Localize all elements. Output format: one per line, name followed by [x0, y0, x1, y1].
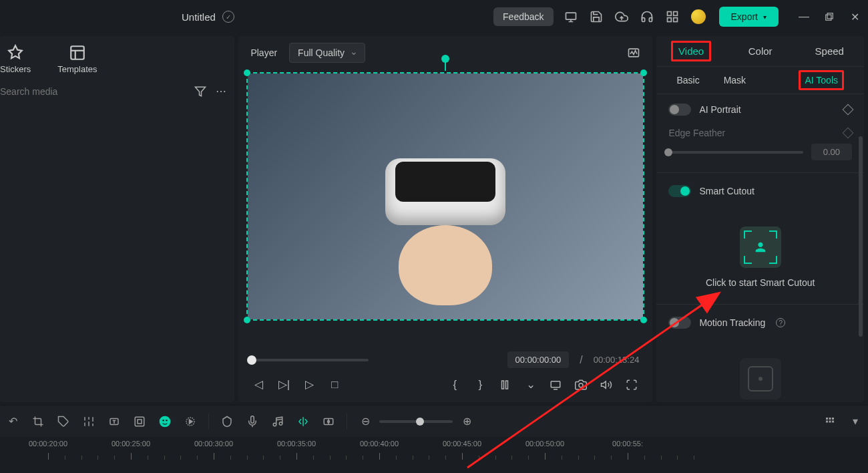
total-time: 00:00:13:24	[594, 355, 640, 365]
svg-point-27	[162, 420, 164, 422]
prev-frame-button[interactable]: ◁	[252, 377, 265, 391]
maximize-button[interactable]	[824, 11, 835, 22]
ai-tools-subtab[interactable]: AI Tools	[787, 67, 856, 94]
stop-button[interactable]: □	[328, 378, 341, 391]
aspect-icon[interactable]	[499, 379, 512, 391]
progress-thumb[interactable]	[247, 355, 256, 365]
edge-feather-row: Edge Feather	[656, 125, 864, 144]
rotate-handle[interactable]	[441, 55, 449, 63]
freeze-icon[interactable]	[321, 414, 336, 429]
top-bar: Untitled ✓ Feedback Export ▾ — ✕	[0, 0, 868, 33]
play-button[interactable]: ▷	[302, 377, 316, 391]
voiceover-icon[interactable]	[245, 414, 260, 429]
user-avatar[interactable]	[691, 9, 706, 24]
export-button[interactable]: Export ▾	[719, 7, 779, 27]
text-icon[interactable]	[107, 414, 122, 429]
quality-select[interactable]: Full Quality	[289, 43, 365, 63]
resize-handle-tr[interactable]	[640, 69, 647, 76]
properties-panel: Video Color Speed Basic Mask AI Tools AI…	[656, 36, 864, 402]
color-tab[interactable]: Color	[726, 36, 795, 66]
marker-icon[interactable]	[220, 414, 234, 429]
scopes-icon[interactable]	[627, 46, 640, 59]
video-tab[interactable]: Video	[656, 36, 726, 66]
progress-bar[interactable]	[252, 359, 369, 361]
next-frame-button[interactable]: ▷|	[277, 377, 290, 391]
zoom-in-button[interactable]: ⊕	[459, 414, 474, 429]
close-button[interactable]: ✕	[849, 11, 860, 22]
svg-rect-24	[135, 417, 144, 426]
keyframe-diamond-icon[interactable]	[843, 104, 854, 116]
stickers-icon	[7, 44, 24, 61]
mask-subtab[interactable]: Mask	[712, 67, 758, 94]
basic-subtab[interactable]: Basic	[664, 67, 711, 94]
snapshot-button[interactable]	[575, 379, 588, 391]
tag-icon[interactable]	[56, 414, 71, 429]
video-viewport[interactable]	[238, 69, 652, 345]
edge-feather-value[interactable]: 0.00	[811, 144, 852, 160]
scrollbar[interactable]	[859, 136, 863, 337]
svg-point-32	[279, 422, 282, 425]
smart-cutout-row: Smart Cutout	[656, 176, 864, 206]
resize-handle-br[interactable]	[640, 317, 647, 323]
volume-button[interactable]	[600, 379, 614, 391]
minimize-button[interactable]: —	[799, 11, 809, 22]
ai-portrait-toggle[interactable]	[668, 104, 691, 116]
timeline-toolbar: ↶ ⊖ ⊕ ▾	[0, 405, 868, 437]
search-input[interactable]	[0, 86, 194, 97]
filter-icon[interactable]	[194, 86, 206, 98]
svg-rect-13	[506, 381, 508, 389]
time-label: 00:00:50:00	[525, 440, 564, 448]
time-label: 00:00:45:00	[443, 440, 481, 448]
crop-icon[interactable]	[31, 414, 45, 429]
templates-tab[interactable]: Templates	[57, 44, 97, 74]
fullscreen-button[interactable]	[626, 379, 639, 391]
edge-feather-slider[interactable]	[668, 151, 803, 154]
cloud-icon[interactable]	[615, 10, 628, 23]
help-icon[interactable]: ?	[776, 318, 785, 327]
ai-face-icon[interactable]	[158, 414, 172, 429]
mark-in-button[interactable]: {	[448, 378, 461, 391]
svg-rect-25	[138, 420, 142, 424]
slider-thumb[interactable]	[664, 148, 672, 156]
adjust-icon[interactable]	[81, 414, 96, 429]
display-icon[interactable]	[550, 379, 563, 391]
canvas-icon[interactable]	[132, 414, 147, 429]
zoom-thumb[interactable]	[416, 418, 424, 426]
motion-tracking-toggle[interactable]	[668, 317, 691, 329]
mark-out-button[interactable]: }	[473, 378, 487, 391]
keyframe-diamond-icon[interactable]	[843, 128, 854, 139]
save-icon[interactable]	[590, 10, 603, 23]
time-label: 00:00:20:00	[29, 440, 67, 448]
video-content	[248, 73, 643, 319]
timeline-view-icon[interactable]	[823, 414, 837, 429]
motion-tracking-row: Motion Tracking ?	[656, 307, 864, 338]
timeline-ruler[interactable]: 00:00:20:0000:00:25:0000:00:30:0000:00:3…	[0, 437, 868, 470]
svg-rect-2	[673, 12, 677, 16]
more-icon[interactable]: ⋯	[216, 85, 226, 98]
motion-tracking-label: Motion Tracking	[699, 317, 765, 328]
support-icon[interactable]	[640, 10, 654, 23]
apps-icon[interactable]	[666, 10, 679, 23]
split-icon[interactable]	[296, 414, 310, 429]
svg-point-26	[160, 416, 171, 427]
time-label: 00:00:35:00	[277, 440, 316, 448]
svg-rect-40	[826, 420, 828, 422]
speed-tab[interactable]: Speed	[795, 36, 864, 66]
smart-cutout-toggle[interactable]	[668, 185, 691, 197]
timeline-options-icon[interactable]: ▾	[848, 414, 863, 429]
aspect-chevron-icon[interactable]: ⌄	[524, 377, 537, 391]
undo-icon[interactable]: ↶	[5, 414, 20, 429]
zoom-slider[interactable]	[379, 420, 453, 423]
stickers-tab[interactable]: Stickers	[0, 44, 31, 74]
time-label: 00:00:55:	[612, 440, 643, 448]
feedback-button[interactable]: Feedback	[493, 7, 553, 26]
zoom-out-button[interactable]: ⊖	[358, 414, 373, 429]
video-selection-frame[interactable]	[246, 72, 644, 321]
start-smart-cutout-button[interactable]	[740, 226, 781, 268]
resize-handle-bl[interactable]	[244, 317, 250, 323]
music-icon[interactable]	[270, 414, 285, 429]
effects-icon[interactable]	[183, 414, 198, 429]
device-icon[interactable]	[564, 10, 578, 23]
motion-tracking-icon[interactable]	[740, 358, 781, 400]
ai-portrait-label: AI Portrait	[699, 104, 740, 115]
